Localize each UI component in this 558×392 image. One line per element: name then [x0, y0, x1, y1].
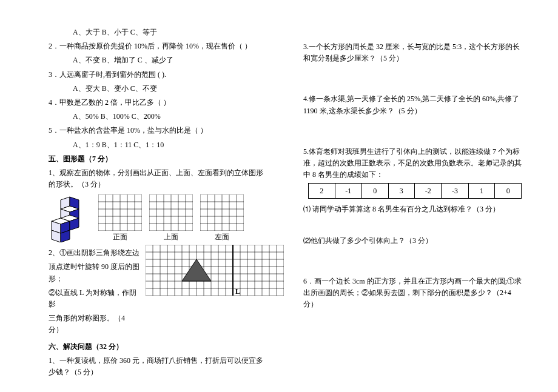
q4: 4．甲数是乙数的 2 倍，甲比乙多（ ） [49, 97, 267, 108]
cell-5: -3 [442, 184, 468, 199]
cubes-figure [49, 194, 91, 242]
q2: 2．一种商品按原价先提价 10%后，再降价 10%，现在售价（ ） [49, 41, 267, 52]
grid-top [149, 194, 193, 231]
axis-L-label: L [235, 287, 240, 296]
svg-marker-67 [182, 259, 211, 281]
q-opts-1: A、大于 B、小于 C、等于 [49, 27, 267, 38]
q2-opts: A、不变 B、增加了 C 、减少了 [49, 55, 267, 66]
s5q2b: 顶点逆时针旋转 90 度后的图形； [49, 261, 140, 284]
label-left: 左面 [200, 232, 244, 242]
s5q2a: 2、①画出阴影三角形绕左边 [49, 247, 140, 259]
rq5b: ⑴ 请同学动手算算这 8 名男生有百分之几达到标准？（3 分） [303, 204, 522, 215]
s5q2d: 三角形的对称图形。（4 分） [49, 313, 140, 336]
cell-1: -1 [335, 184, 361, 199]
rotation-grid [146, 245, 284, 296]
rq3: 3.一个长方形的周长是 32 厘米，长与宽的比是 5:3，这个长方形的长和宽分别… [303, 41, 522, 64]
q4-opts: A、50% B、100% C、200% [49, 111, 267, 122]
cell-4: -2 [415, 184, 442, 199]
cell-7: 0 [495, 184, 522, 199]
rq4: 4.修一条水渠,第一天修了全长的 25%,第二天修了全长的 60%,共修了 11… [303, 93, 522, 116]
cell-6: 1 [468, 184, 495, 199]
cell-3: 3 [388, 184, 415, 199]
svg-rect-42 [146, 245, 284, 296]
grid-front [98, 194, 142, 231]
section-6-title: 六、解决问题（32 分） [49, 341, 267, 353]
s6q1: 1、一种复读机，原价 360 元，商场打八折销售，打折后可以便宜多少钱？（5 分… [49, 355, 267, 378]
cubes-and-grids: 正面 上面 [49, 194, 267, 242]
section-5-title: 五、图形题（7 分） [49, 153, 267, 165]
q5: 5．一种盐水的含盐率是 10%，盐与水的比是（ ） [49, 125, 267, 136]
s5q2c: ②以直线 L 为对称轴，作阴影 [49, 287, 140, 310]
rq5c: ⑵他们共做了多少个引体向上？（3 分） [303, 235, 522, 247]
q3-opts: A、变大 B、变小 C、不变 [49, 83, 267, 95]
grid-left [200, 194, 244, 231]
rq6: 6．画一个边长 3cm 的正方形，并且在正方形内画一个最大的圆;①求出所画圆的周… [303, 276, 522, 311]
s5q1: 1、观察左面的物体，分别画出从正面、上面、左面看到的立体图形的形状。（3 分） [49, 167, 267, 190]
rq5a: 5.体育老师对我班男生进行了引体向上的测试，以能连续做 7 个为标准，超过的次数… [303, 146, 522, 181]
q5-opts: A、1：9 B、1：11 C、1：10 [49, 139, 267, 151]
score-table: 2 -1 0 3 -2 -3 1 0 [308, 183, 522, 199]
label-front: 正面 [98, 232, 142, 242]
q3: 3．人远离窗子时,看到窗外的范围 ( ). [49, 69, 267, 81]
label-top: 上面 [149, 232, 193, 242]
cell-2: 0 [361, 184, 388, 199]
cell-0: 2 [309, 184, 335, 199]
